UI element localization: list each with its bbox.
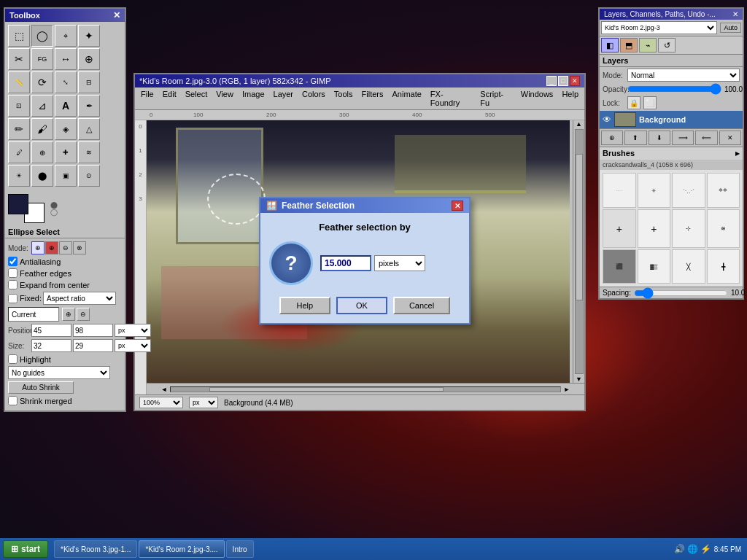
current-btn1[interactable]: ⊕ (62, 308, 75, 321)
brush-item-3[interactable]: ⋱⋰ (672, 173, 705, 208)
undo-tab-icon[interactable]: ↺ (658, 38, 676, 52)
anchor-layer-btn[interactable]: ⟸ (695, 131, 717, 145)
lock-icon-2[interactable]: ⬜ (643, 96, 657, 109)
brush-item-4[interactable]: ✱✱ (707, 173, 740, 208)
start-button[interactable]: ⊞ start (3, 540, 48, 558)
feather-edges-checkbox[interactable] (8, 268, 18, 278)
smudge-tool[interactable]: ≋ (78, 141, 100, 163)
text-tool[interactable]: A (55, 95, 77, 117)
brush-item-10[interactable]: ▓▒ (638, 249, 671, 284)
mode-add[interactable]: ⊕ (45, 241, 58, 254)
raise-layer-btn[interactable]: ⬆ (624, 131, 646, 145)
brush-item-7[interactable]: ⊹ (672, 209, 705, 248)
scroll-up-btn[interactable]: ▲ (576, 120, 582, 128)
feather-ok-button[interactable]: OK (336, 297, 387, 314)
brush-item-8[interactable]: ≋ (707, 209, 740, 248)
layer-visibility-eye[interactable]: 👁 (603, 114, 611, 125)
spacing-slider[interactable] (634, 289, 728, 297)
shrink-merged-checkbox[interactable] (8, 396, 18, 405)
fixed-checkbox[interactable] (8, 294, 18, 303)
menu-animate[interactable]: Animate (387, 88, 425, 109)
menu-colors[interactable]: Colors (298, 88, 330, 109)
brush-item-9[interactable]: ⬛ (603, 249, 636, 284)
menu-layer[interactable]: Layer (269, 88, 298, 109)
guides-select[interactable]: No guides (8, 366, 110, 379)
layers-panel-title-bar[interactable]: Layers, Channels, Paths, Undo -... ✕ (600, 9, 743, 20)
toolbox-title-bar[interactable]: Toolbox ✕ (5, 9, 125, 22)
taskbar-item-2[interactable]: Intro (226, 540, 254, 558)
menu-edit[interactable]: Edit (158, 88, 181, 109)
scrollbar-horizontal[interactable]: ◄ ► (147, 383, 584, 394)
menu-tools[interactable]: Tools (330, 88, 357, 109)
dodge-tool[interactable]: ☀ (8, 165, 30, 187)
shear-tool[interactable]: ⊟ (78, 71, 100, 93)
gradient-tool[interactable]: ▣ (55, 165, 77, 187)
new-layer-btn[interactable]: ⊕ (601, 131, 623, 145)
scroll-right-btn[interactable]: ► (561, 386, 573, 393)
layer-mode-select[interactable]: Normal (627, 69, 740, 82)
mode-replace[interactable]: ⊕ (31, 241, 44, 254)
expand-from-center-checkbox[interactable] (8, 280, 18, 289)
antialiasing-label[interactable]: Antialiasing (8, 257, 61, 266)
expand-from-center-label[interactable]: Expand from center (8, 280, 90, 289)
highlight-checkbox[interactable] (8, 354, 18, 364)
scale-tool[interactable]: ⤡ (55, 71, 77, 93)
feather-edges-label[interactable]: Feather edges (8, 268, 71, 278)
scroll-thumb-h[interactable] (209, 387, 443, 392)
measure-tool[interactable]: 📏 (8, 71, 30, 93)
layers-panel-close-btn[interactable]: ✕ (732, 10, 738, 18)
taskbar-item-1[interactable]: *Kid's Room 2.jpg-3.... (139, 540, 224, 558)
scroll-thumb-v[interactable] (576, 154, 583, 300)
rotate-tool[interactable]: ⟳ (31, 71, 53, 93)
brush-item-2[interactable]: ✦ (638, 173, 671, 208)
channels-tab-icon[interactable]: ⬒ (620, 38, 638, 52)
brush-item-1[interactable]: ···· (603, 173, 636, 208)
highlight-label[interactable]: Highlight (8, 354, 51, 364)
perspective-tool[interactable]: ⊡ (8, 95, 30, 117)
position-y-input[interactable] (73, 324, 113, 337)
feather-value-input[interactable] (320, 255, 371, 271)
menu-help[interactable]: Help (557, 88, 583, 109)
fixed-label[interactable]: Fixed: (8, 294, 42, 303)
zoom-unit-select[interactable]: px (189, 397, 218, 408)
brush-item-11[interactable]: ╳ (672, 249, 705, 284)
zoom-tool[interactable]: ⊕ (78, 48, 100, 70)
bucket-tool[interactable]: ⬤ (31, 165, 53, 187)
layer-file-select[interactable]: Kid's Room 2.jpg-3 (601, 21, 717, 34)
scissors-tool[interactable]: ✂ (8, 48, 30, 70)
brush-item-5[interactable]: + (603, 209, 636, 248)
menu-file[interactable]: File (136, 88, 158, 109)
gimp-maximize-btn[interactable]: □ (558, 76, 568, 86)
size-w-input[interactable] (31, 339, 71, 352)
position-unit[interactable]: px (115, 324, 151, 337)
brush-item-12[interactable]: ╋ (707, 249, 740, 284)
color-pick-tool[interactable]: ⊙ (78, 165, 100, 187)
shrink-merged-label[interactable]: Shrink merged (8, 396, 72, 405)
ink-tool[interactable]: 🖊 (8, 141, 30, 163)
menu-view[interactable]: View (212, 88, 238, 109)
foreground-color-box[interactable] (8, 194, 28, 214)
lasso-tool[interactable]: ⌖ (55, 25, 77, 47)
paths-tab-icon[interactable]: ⌁ (639, 38, 657, 52)
toolbox-close-btn[interactable]: ✕ (113, 10, 120, 20)
layers-auto-button[interactable]: Auto (720, 23, 741, 33)
menu-select[interactable]: Select (181, 88, 212, 109)
rect-select-tool[interactable]: ⬚ (8, 25, 30, 47)
menu-filters[interactable]: Filters (357, 88, 388, 109)
mode-subtract[interactable]: ⊖ (59, 241, 72, 254)
layers-tab-icon[interactable]: ◧ (601, 38, 619, 52)
mode-intersect[interactable]: ⊗ (73, 241, 86, 254)
flip-tool[interactable]: ⊿ (31, 95, 53, 117)
ellipse-select-tool[interactable]: ◯ (31, 25, 53, 47)
menu-fx[interactable]: FX-Foundry (426, 88, 476, 109)
feather-dialog-title-bar[interactable]: 🪟 Feather Selection ✕ (260, 198, 469, 213)
antialiasing-checkbox[interactable] (8, 257, 18, 266)
feather-unit-select[interactable]: pixels inches cm mm (374, 255, 425, 271)
position-x-input[interactable] (31, 324, 71, 337)
heal-tool[interactable]: ✚ (55, 141, 77, 163)
current-btn2[interactable]: ⊖ (77, 308, 90, 321)
foreground-select-tool[interactable]: FG (31, 48, 53, 70)
fuzzy-select-tool[interactable]: ✦ (78, 25, 100, 47)
size-unit[interactable]: px (115, 339, 151, 352)
clone-tool[interactable]: ⊕ (31, 141, 53, 163)
